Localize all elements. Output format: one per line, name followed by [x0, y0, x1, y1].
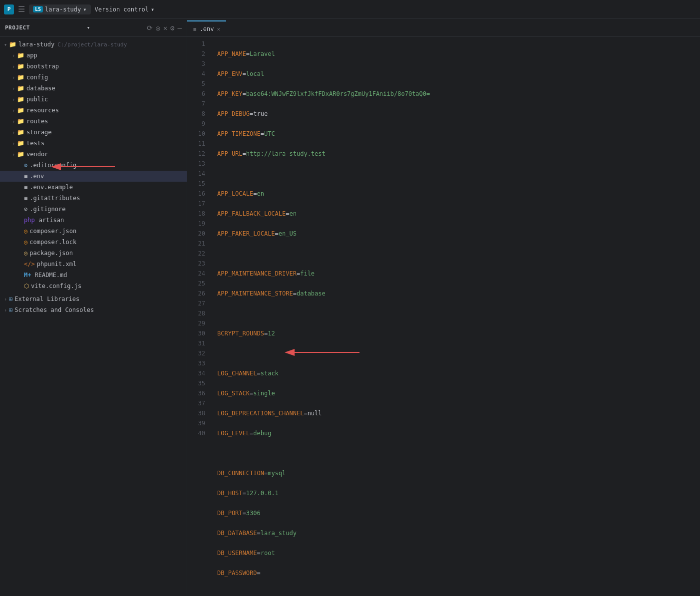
external-label: External Libraries	[14, 296, 79, 302]
app-chevron-icon: ›	[10, 52, 17, 59]
storage-chevron-icon: ›	[10, 129, 17, 136]
sidebar-item-config[interactable]: › 📁 config	[0, 72, 187, 83]
database-folder-icon: 📁	[17, 85, 24, 92]
external-chevron-icon: ›	[2, 296, 9, 302]
composer-json-spacer	[17, 228, 24, 235]
line-numbers: 12345 678910 1112131415 1617181920 21222…	[187, 39, 213, 596]
scratches-chevron-icon: ›	[2, 306, 9, 313]
sidebar-item-scratches[interactable]: › ⊞ Scratches and Consoles	[0, 304, 187, 315]
resources-chevron-icon: ›	[10, 107, 17, 114]
code-line-16	[217, 348, 700, 358]
env-example-label: .env.example	[29, 184, 73, 191]
code-line-2: APP_ENV=local	[217, 69, 700, 79]
tree-root[interactable]: ▾ 📁 lara-study C:/project/lara-study	[0, 39, 187, 50]
sidebar-item-env[interactable]: ≡ .env	[0, 171, 187, 182]
database-label: database	[26, 85, 55, 92]
locate-icon[interactable]: ◎	[156, 24, 160, 32]
package-json-label: package.json	[29, 250, 73, 257]
phpunit-spacer	[17, 261, 24, 268]
code-line-19: LOG_DEPRECATIONS_CHANNEL=null	[217, 408, 700, 418]
sidebar-item-gitattributes[interactable]: ≡ .gitattributes	[0, 193, 187, 204]
gitattributes-icon: ≡	[24, 195, 27, 202]
code-content[interactable]: APP_NAME=Laravel APP_ENV=local APP_KEY=b…	[213, 39, 700, 596]
sidebar-item-storage[interactable]: › 📁 storage	[0, 127, 187, 138]
storage-label: storage	[26, 129, 52, 136]
sidebar-item-env-example[interactable]: ≡ .env.example	[0, 182, 187, 193]
code-editor[interactable]: 12345 678910 1112131415 1617181920 21222…	[187, 37, 700, 596]
vite-spacer	[17, 283, 24, 290]
gitattributes-spacer	[17, 195, 24, 202]
readme-icon: M+	[24, 272, 31, 279]
sidebar-item-editorconfig[interactable]: ⚙ .editorconfig	[0, 160, 187, 171]
sidebar-item-tests[interactable]: › 📁 tests	[0, 138, 187, 149]
gear-icon[interactable]: ⚙	[170, 24, 174, 32]
sidebar-item-composer-lock[interactable]: ◎ composer.lock	[0, 237, 187, 248]
sidebar-item-vite-config[interactable]: ⬡ vite.config.js	[0, 281, 187, 292]
hamburger-menu-icon[interactable]: ☰	[18, 4, 25, 14]
editorconfig-icon: ⚙	[24, 162, 27, 169]
sidebar-item-routes[interactable]: › 📁 routes	[0, 116, 187, 127]
sidebar-item-app[interactable]: › 📁 app	[0, 50, 187, 61]
version-control-button[interactable]: Version control ▾	[95, 6, 155, 13]
sidebar-item-bootstrap[interactable]: › 📁 bootstrap	[0, 61, 187, 72]
sidebar-item-database[interactable]: › 📁 database	[0, 83, 187, 94]
sidebar-item-package-json[interactable]: ◎ package.json	[0, 248, 187, 259]
editorconfig-label: .editorconfig	[29, 162, 76, 169]
sidebar-item-resources[interactable]: › 📁 resources	[0, 105, 187, 116]
storage-folder-icon: 📁	[17, 129, 24, 136]
vite-label: vite.config.js	[31, 283, 81, 290]
project-badge: LS	[33, 6, 43, 12]
scratches-icon: ⊞	[9, 306, 12, 313]
config-label: config	[26, 74, 48, 81]
app-folder-icon: 📁	[17, 52, 24, 59]
sidebar-item-external-libraries[interactable]: › ⊞ External Libraries	[0, 294, 187, 304]
code-line-9: APP_FALLBACK_LOCALE=en	[217, 209, 700, 219]
routes-label: routes	[26, 118, 48, 125]
phpunit-label: phpunit.xml	[37, 261, 76, 268]
title-bar: P ☰ LS lara-study ▾ Version control ▾	[0, 0, 700, 19]
public-label: public	[26, 96, 48, 103]
project-selector[interactable]: LS lara-study ▾	[29, 4, 91, 14]
root-chevron-icon: ▾	[2, 41, 9, 48]
sidebar-item-phpunit-xml[interactable]: </> phpunit.xml	[0, 259, 187, 270]
package-json-icon: ◎	[24, 250, 27, 257]
code-line-17: LOG_CHANNEL=stack	[217, 368, 700, 378]
tab-env-icon: ≡	[193, 26, 197, 32]
sync-icon[interactable]: ⟳	[147, 24, 153, 32]
sidebar-item-vendor[interactable]: › 📁 vendor	[0, 149, 187, 160]
tests-chevron-icon: ›	[10, 140, 17, 147]
vite-icon: ⬡	[24, 283, 29, 290]
gitignore-label: .gitignore	[29, 206, 65, 213]
code-line-13: APP_MAINTENANCE_STORE=database	[217, 289, 700, 298]
env-example-icon: ≡	[24, 184, 27, 191]
code-line-24: DB_PORT=3306	[217, 508, 700, 518]
composer-lock-icon: ◎	[24, 239, 27, 246]
readme-spacer	[17, 272, 24, 279]
editor-area: ≡ .env ✕ 12345 678910 1112131415 1617181…	[187, 19, 700, 596]
tab-env[interactable]: ≡ .env ✕	[187, 20, 226, 36]
tab-bar: ≡ .env ✕	[187, 19, 700, 37]
collapse-icon[interactable]: —	[178, 24, 182, 32]
sidebar-item-public[interactable]: › 📁 public	[0, 94, 187, 105]
editorconfig-spacer	[17, 162, 24, 169]
artisan-spacer	[17, 217, 24, 224]
sidebar: Project ▾ ⟳ ◎ ✕ ⚙ — ▾ 📁 lara-study C:/pr…	[0, 19, 187, 596]
scratches-label: Scratches and Consoles	[14, 306, 94, 313]
sidebar-item-readme[interactable]: M+ README.md	[0, 270, 187, 281]
sidebar-item-artisan[interactable]: php artisan	[0, 215, 187, 226]
code-line-8: APP_LOCALE=en	[217, 189, 700, 199]
sidebar-item-gitignore[interactable]: ⊘ .gitignore	[0, 204, 187, 215]
sidebar-item-composer-json[interactable]: ◎ composer.json	[0, 226, 187, 237]
vendor-folder-icon: 📁	[17, 151, 24, 158]
code-line-28	[217, 588, 700, 596]
code-line-25: DB_DATABASE=lara_study	[217, 528, 700, 538]
gitignore-spacer	[17, 206, 24, 213]
sidebar-title: Project	[5, 24, 30, 31]
external-icon: ⊞	[9, 296, 12, 302]
code-line-22: DB_CONNECTION=mysql	[217, 468, 700, 478]
artisan-icon: php	[24, 217, 35, 224]
close-icon[interactable]: ✕	[163, 24, 167, 32]
tab-close-icon[interactable]: ✕	[217, 26, 221, 32]
code-line-26: DB_USERNAME=root	[217, 548, 700, 558]
gitattributes-label: .gitattributes	[29, 195, 80, 202]
